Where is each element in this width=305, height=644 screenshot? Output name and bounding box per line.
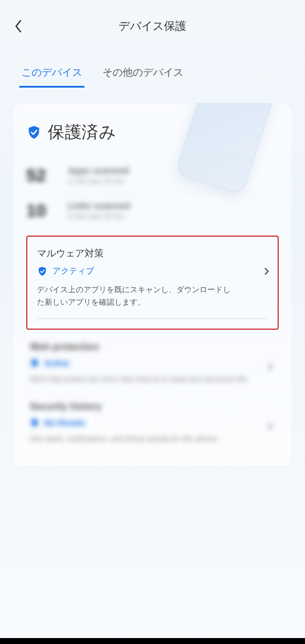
page-title: デバイス保護 [14,18,291,34]
feature-title: マルウェア対策 [37,247,268,260]
tab-this-device[interactable]: このデバイス [21,66,82,88]
stat-label-1: Links scanned [68,200,130,210]
shield-check-icon [26,125,42,140]
feature-security-history[interactable]: Security history No threats See alerts, … [26,389,279,450]
feature-status-label: No threats [44,418,85,428]
feature-title: Security history [30,401,275,412]
tab-other-devices[interactable]: その他のデバイス [102,66,183,88]
tabs: このデバイス その他のデバイス [0,52,305,88]
feature-title: Web protection [30,342,275,352]
protection-card: 保護済み 52 Apps scanned in the last 24 hrs … [13,103,292,466]
feature-status-row: No threats [30,418,275,428]
feature-status-label: Active [44,358,69,368]
stat-label-2: in the last 24 hrs [68,177,129,185]
stat-value: 52 [26,165,57,185]
divider [37,318,268,319]
feature-web-protection[interactable]: Web protection Active We'll help protect… [26,330,279,390]
header: デバイス保護 [0,0,305,52]
shield-check-icon [30,358,39,368]
feature-status-label: アクティブ [52,266,94,277]
feature-status-row: アクティブ [37,266,268,277]
feature-status-row: Active [30,358,275,368]
stat-label-2: in the last 24 hrs [68,212,130,221]
device-protection-screen: デバイス保護 このデバイス その他のデバイス 保護済み 52 Apps scan… [0,0,305,644]
system-nav-bar [0,638,305,644]
feature-description: デバイス上のアプリを既にスキャンし、ダウンロードした新しいアプリを確認します。 [37,284,236,309]
stat-apps-scanned: 52 Apps scanned in the last 24 hrs [26,159,279,194]
feature-description: We'll help protect you from sites that t… [30,374,256,385]
stat-links-scanned: 10 Links scanned in the last 24 hrs [26,194,279,230]
chevron-right-icon [267,422,273,434]
shield-check-icon [30,418,39,428]
chevron-right-icon [267,362,273,374]
stat-label-1: Apps scanned [68,165,129,175]
protection-status-label: 保護済み [48,121,116,144]
shield-check-icon [37,266,48,277]
feature-malware[interactable]: マルウェア対策 アクティブ デバイス上のアプリを既にスキャンし、ダウンロードした… [26,236,279,330]
feature-description: See alerts, notifications, and threat ac… [30,434,256,445]
stat-value: 10 [26,200,57,221]
chevron-right-icon [264,267,269,278]
